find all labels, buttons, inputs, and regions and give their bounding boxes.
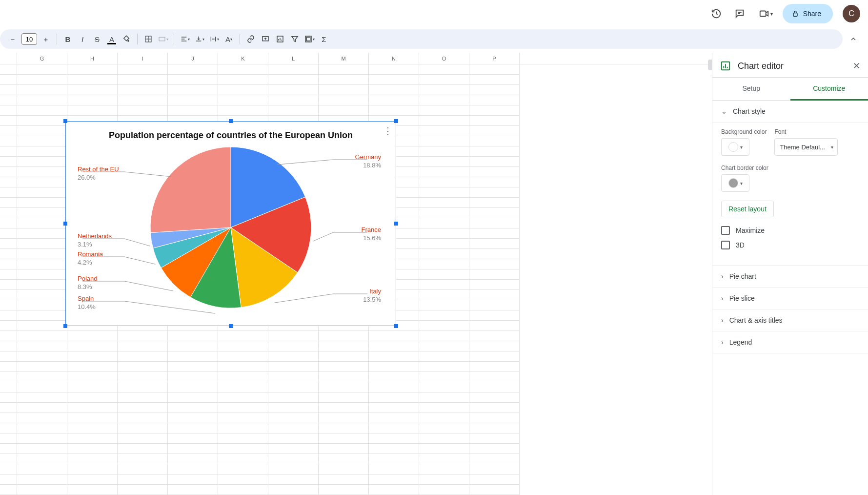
slice-label: Poland xyxy=(78,275,97,283)
column-header[interactable]: M xyxy=(319,53,369,64)
insert-chart-button[interactable] xyxy=(273,32,287,46)
border-color-label: Chart border color xyxy=(721,165,859,171)
slice-pct: 3.1% xyxy=(78,241,112,249)
scrollbar-vertical[interactable] xyxy=(708,60,712,70)
share-button[interactable]: Share xyxy=(783,4,833,23)
chevron-right-icon: › xyxy=(721,272,724,280)
section-legend[interactable]: › Legend xyxy=(712,331,868,353)
column-header[interactable]: H xyxy=(67,53,118,64)
svg-rect-2 xyxy=(760,11,766,17)
share-label: Share xyxy=(803,10,821,18)
italic-button[interactable]: I xyxy=(76,32,89,46)
chart-menu-icon[interactable]: ⋮ xyxy=(384,125,392,136)
slice-pct: 4.2% xyxy=(78,259,103,267)
text-color-button[interactable]: A xyxy=(105,32,119,46)
column-header[interactable]: P xyxy=(469,53,520,64)
chevron-right-icon: › xyxy=(721,316,724,324)
slice-label: Rest of the EU xyxy=(78,165,119,174)
slice-label: Germany xyxy=(355,153,381,162)
rotate-button[interactable]: A▾ xyxy=(222,32,236,46)
collapse-toolbar-button[interactable] xyxy=(847,32,860,46)
resize-handle[interactable] xyxy=(229,324,233,328)
filter-button[interactable] xyxy=(288,32,302,46)
column-header[interactable]: I xyxy=(118,53,168,64)
merge-button[interactable]: ▾ xyxy=(156,32,170,46)
history-icon[interactable] xyxy=(707,4,726,23)
font-label: Font xyxy=(774,128,859,135)
column-header[interactable]: O xyxy=(419,53,469,64)
borders-button[interactable] xyxy=(141,32,155,46)
slice-label: France xyxy=(362,226,381,234)
maximize-checkbox[interactable] xyxy=(721,226,730,235)
chevron-right-icon: › xyxy=(721,294,724,302)
tab-customize[interactable]: Customize xyxy=(790,78,868,101)
slice-label: Romania xyxy=(78,250,103,259)
column-header[interactable]: L xyxy=(268,53,319,64)
column-header[interactable]: K xyxy=(218,53,268,64)
slice-pct: 15.6% xyxy=(362,234,381,243)
chevron-right-icon: › xyxy=(721,338,724,346)
section-chart-style[interactable]: ⌄ Chart style xyxy=(712,101,868,123)
functions-button[interactable]: Σ xyxy=(317,32,331,46)
3d-checkbox[interactable] xyxy=(721,241,730,249)
pie-chart-svg xyxy=(148,144,314,310)
bg-color-label: Background color xyxy=(721,128,767,135)
column-header[interactable]: G xyxy=(17,53,67,64)
resize-handle[interactable] xyxy=(229,119,233,123)
border-color-picker[interactable]: ▾ xyxy=(721,174,749,192)
slice-pct: 10.4% xyxy=(78,303,96,311)
bold-button[interactable]: B xyxy=(61,32,75,46)
strike-button[interactable]: S xyxy=(90,32,104,46)
resize-handle[interactable] xyxy=(394,222,398,226)
font-select[interactable]: Theme Defaul... xyxy=(774,138,838,156)
chart-object[interactable]: ⋮ Population percentage of countries of … xyxy=(65,121,396,326)
resize-handle[interactable] xyxy=(63,119,67,123)
svg-rect-7 xyxy=(159,37,165,41)
section-pie-slice[interactable]: › Pie slice xyxy=(712,288,868,309)
reset-layout-button[interactable]: Reset layout xyxy=(721,201,774,217)
font-size-increase[interactable]: + xyxy=(39,32,53,46)
font-size-decrease[interactable]: − xyxy=(6,32,20,46)
slice-label: Netherlands xyxy=(78,232,112,241)
column-header[interactable]: J xyxy=(168,53,218,64)
font-size-input[interactable] xyxy=(21,33,37,45)
close-icon[interactable]: ✕ xyxy=(853,61,860,71)
v-align-button[interactable]: ▾ xyxy=(193,32,206,46)
toolbar-wrap: − + B I S A ▾ ▾ ▾ ▾ A xyxy=(0,27,868,53)
tab-setup[interactable]: Setup xyxy=(712,78,790,100)
insert-comment-button[interactable] xyxy=(259,32,272,46)
slice-pct: 8.3% xyxy=(78,283,97,291)
slice-pct: 18.8% xyxy=(355,162,381,170)
bg-color-picker[interactable]: ▾ xyxy=(721,138,749,156)
svg-rect-3 xyxy=(793,13,797,17)
slice-label: Spain xyxy=(78,295,96,303)
comment-icon[interactable] xyxy=(730,4,749,23)
resize-handle[interactable] xyxy=(63,324,67,328)
section-pie-chart[interactable]: › Pie chart xyxy=(712,266,868,288)
avatar[interactable]: C xyxy=(843,5,860,22)
meet-icon[interactable]: ▾ xyxy=(753,4,779,23)
wrap-button[interactable]: ▾ xyxy=(207,32,221,46)
top-bar: ▾ Share C xyxy=(0,0,868,27)
slice-label: Italy xyxy=(363,288,381,296)
chart-title: Population percentage of countries of th… xyxy=(66,122,396,141)
chevron-down-icon: ⌄ xyxy=(721,107,727,115)
h-align-button[interactable]: ▾ xyxy=(178,32,192,46)
svg-rect-22 xyxy=(306,37,310,41)
column-header[interactable]: N xyxy=(369,53,419,64)
chart-editor-panel: Chart editor ✕ Setup Customize ⌄ Chart s… xyxy=(712,53,868,495)
toolbar: − + B I S A ▾ ▾ ▾ ▾ A xyxy=(0,29,843,49)
slice-pct: 13.5% xyxy=(363,296,381,304)
link-button[interactable] xyxy=(244,32,258,46)
fill-color-button[interactable] xyxy=(120,32,133,46)
chart-editor-icon xyxy=(720,61,731,71)
filter-views-button[interactable]: ▾ xyxy=(303,32,316,46)
resize-handle[interactable] xyxy=(63,222,67,226)
panel-title: Chart editor xyxy=(738,61,846,71)
resize-handle[interactable] xyxy=(394,324,398,328)
spreadsheet-grid[interactable]: GHIJKLMNOP ⋮ Population percentage of co… xyxy=(0,53,712,495)
resize-handle[interactable] xyxy=(394,119,398,123)
section-chart-axis-titles[interactable]: › Chart & axis titles xyxy=(712,309,868,331)
slice-pct: 26.0% xyxy=(78,174,119,182)
